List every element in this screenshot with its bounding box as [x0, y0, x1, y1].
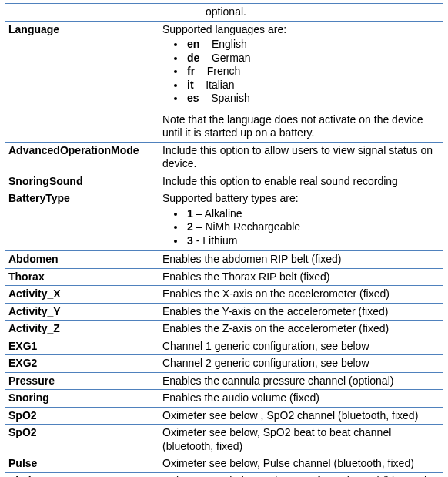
list-item: 3 - Lithium	[186, 234, 440, 248]
table-row: optional.	[5, 4, 443, 22]
param-cell: Activity_Y	[5, 303, 159, 321]
param-cell: EXG1	[5, 338, 159, 355]
list-item-code: es	[187, 92, 199, 104]
param-cell: Activity_Z	[5, 321, 159, 338]
table-row: BatteryTypeSupported battery types are:1…	[5, 190, 443, 251]
list-item-code: en	[187, 38, 199, 50]
list-item: fr – French	[186, 65, 440, 79]
desc-cell: Channel 1 generic configuration, see bel…	[159, 338, 443, 355]
desc-cell: Supported languages are:en – Englishde –…	[159, 21, 443, 142]
desc-intro: Supported languages are:	[162, 23, 440, 37]
table-row: PulseOximeter see below, Pulse channel (…	[5, 455, 443, 473]
desc-text: Include this option to enable real sound…	[162, 175, 398, 187]
desc-cell: Enables the Thorax RIP belt (fixed)	[159, 268, 443, 286]
desc-list: 1 – Alkaline2 – NiMh Rechargeable3 - Lit…	[162, 207, 440, 248]
table-body: optional.LanguageSupported languages are…	[5, 4, 443, 478]
table-row: SpO2Oximeter see below, SpO2 beat to bea…	[5, 425, 443, 455]
list-item-label: Italian	[206, 79, 234, 91]
table-row: SpO2Oximeter see below , SpO2 channel (b…	[5, 407, 443, 425]
param-cell: Pleth	[5, 472, 159, 477]
param-cell: Pressure	[5, 372, 159, 390]
desc-cell: Oximeter see below , SpO2 channel (bluet…	[159, 407, 443, 425]
desc-text: Enables the Z-axis on the accelerometer …	[162, 322, 389, 334]
desc-text: Channel 2 generic configuration, see bel…	[162, 357, 369, 369]
desc-text: Enables the X-axis on the accelerometer …	[162, 287, 389, 300]
param-cell: Activity_X	[5, 286, 159, 304]
desc-cell: Enables the X-axis on the accelerometer …	[159, 286, 443, 304]
list-item: it – Italian	[186, 79, 440, 92]
param-cell: SnoringSound	[5, 173, 159, 190]
desc-cell: Enables the abdomen RIP belt (fixed)	[159, 251, 443, 269]
desc-note: Note that the language does not activate…	[162, 113, 440, 140]
list-item: 1 – Alkaline	[186, 207, 440, 221]
table-row: AdvancedOperationModeInclude this option…	[5, 142, 443, 173]
param-cell: AdvancedOperationMode	[5, 142, 159, 173]
desc-list: en – Englishde – Germanfr – Frenchit – I…	[162, 38, 440, 106]
desc-text: Include this option to allow users to vi…	[162, 144, 433, 170]
desc-text: Enables the cannula pressure channel (op…	[162, 375, 393, 387]
table-row: ThoraxEnables the Thorax RIP belt (fixed…	[5, 268, 443, 286]
desc-text: Enables the audio volume (fixed)	[162, 391, 319, 404]
list-item: 2 – NiMh Rechargeable	[186, 220, 440, 234]
desc-text: Enables the Y-axis on the accelerometer …	[162, 305, 388, 317]
table-row: EXG1Channel 1 generic configuration, see…	[5, 338, 443, 355]
desc-cell: Channel 2 generic configuration, see bel…	[159, 355, 443, 373]
desc-cell: optional.	[159, 4, 443, 22]
desc-text: Enables the abdomen RIP belt (fixed)	[162, 253, 341, 265]
desc-text: Enables the Thorax RIP belt (fixed)	[162, 270, 329, 283]
desc-text: Oximeter see below , SpO2 channel (bluet…	[162, 409, 418, 422]
param-cell: BatteryType	[5, 190, 159, 251]
list-item-code: it	[187, 79, 194, 91]
list-item-code: 3	[187, 234, 193, 247]
list-item-code: 2	[187, 220, 193, 233]
desc-cell: Oximeter see below, Pulse channel (bluet…	[159, 455, 443, 473]
list-item-code: de	[187, 52, 199, 64]
list-item: de – German	[186, 52, 440, 66]
table-row: LanguageSupported languages are:en – Eng…	[5, 21, 443, 142]
param-cell: Abdomen	[5, 251, 159, 269]
list-item-label: French	[207, 65, 241, 77]
desc-cell: Supported battery types are:1 – Alkaline…	[159, 190, 443, 251]
desc-cell: Enables the cannula pressure channel (op…	[159, 372, 443, 390]
table-row: AbdomenEnables the abdomen RIP belt (fix…	[5, 251, 443, 269]
desc-text: Oximeter see below, Pulse channel (bluet…	[162, 457, 414, 469]
desc-cell: Include this option to allow users to vi…	[159, 142, 443, 173]
param-cell: EXG2	[5, 355, 159, 373]
desc-text: Oximeter see below, pulse waveform chann…	[162, 475, 433, 478]
list-item-label: English	[212, 38, 247, 50]
table-row: PressureEnables the cannula pressure cha…	[5, 372, 443, 390]
desc-cell: Enables the Y-axis on the accelerometer …	[159, 303, 443, 321]
list-item-label: Alkaline	[205, 207, 242, 220]
desc-text: Oximeter see below, SpO2 beat to beat ch…	[162, 426, 391, 452]
desc-cell: Oximeter see below, pulse waveform chann…	[159, 472, 443, 477]
table-row: Activity_ZEnables the Z-axis on the acce…	[5, 321, 443, 338]
desc-intro: Supported battery types are:	[162, 192, 440, 206]
desc-cell: Include this option to enable real sound…	[159, 173, 443, 190]
parameter-table: optional.LanguageSupported languages are…	[5, 3, 443, 477]
list-item: es – Spanish	[186, 92, 440, 106]
desc-text: optional.	[206, 5, 246, 18]
table-row: SnoringSoundInclude this option to enabl…	[5, 173, 443, 190]
table-row: SnoringEnables the audio volume (fixed)	[5, 390, 443, 408]
list-item-code: 1	[187, 207, 193, 220]
param-cell: Pulse	[5, 455, 159, 473]
table-row: Activity_YEnables the Y-axis on the acce…	[5, 303, 443, 321]
list-item-label: NiMh Rechargeable	[205, 220, 300, 233]
list-item-label: German	[212, 52, 251, 64]
param-cell: SpO2	[5, 425, 159, 455]
list-item-label: Spanish	[211, 92, 250, 104]
table-row: Activity_XEnables the X-axis on the acce…	[5, 286, 443, 304]
param-cell: SpO2	[5, 407, 159, 425]
param-cell: Language	[5, 21, 159, 142]
param-cell: Snoring	[5, 390, 159, 408]
param-cell	[5, 4, 159, 22]
desc-cell: Oximeter see below, SpO2 beat to beat ch…	[159, 425, 443, 455]
desc-text: Channel 1 generic configuration, see bel…	[162, 340, 369, 352]
list-item: en – English	[186, 38, 440, 52]
list-item-label: Lithium	[202, 234, 237, 247]
param-cell: Thorax	[5, 268, 159, 286]
desc-cell: Enables the audio volume (fixed)	[159, 390, 443, 408]
table-row: PlethOximeter see below, pulse waveform …	[5, 472, 443, 477]
list-item-code: fr	[187, 65, 195, 77]
document-page: optional.LanguageSupported languages are…	[0, 0, 448, 477]
